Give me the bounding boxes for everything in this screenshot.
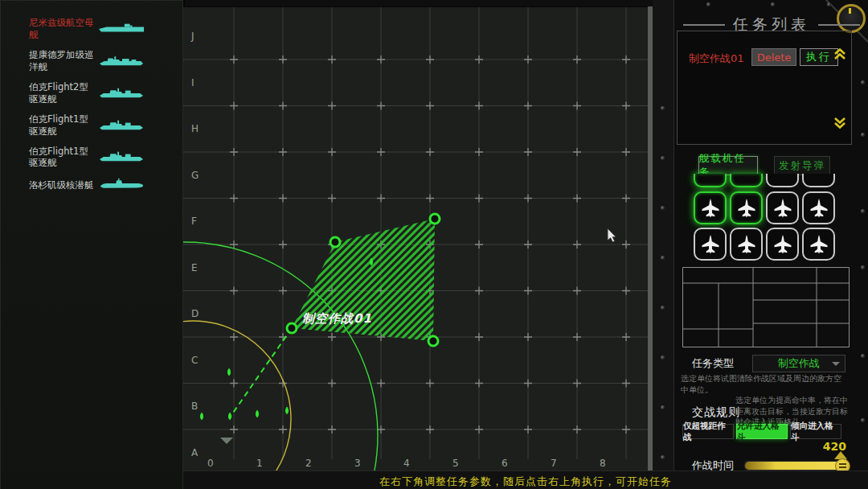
duration-slider[interactable] — [743, 460, 850, 471]
aircraft-slot[interactable] — [766, 174, 799, 187]
tab-aircraft-mission[interactable]: 舰载机任务 — [698, 156, 758, 175]
aircraft-slot[interactable] — [802, 228, 835, 261]
svg-text:C: C — [191, 355, 198, 366]
svg-text:J: J — [190, 31, 194, 42]
carrier-icon — [98, 21, 145, 37]
ship-row-cruiser[interactable]: 提康德罗加级巡洋舰 — [0, 45, 183, 77]
loadout-stats-table — [682, 267, 850, 347]
roe-option-prefer-dogfight[interactable]: 倾向进入格斗 — [790, 424, 841, 439]
svg-text:5: 5 — [452, 458, 459, 469]
jet-icon — [772, 197, 794, 220]
jet-icon — [735, 197, 758, 220]
aircraft-slot[interactable] — [730, 228, 763, 261]
svg-text:B: B — [191, 401, 198, 412]
aircraft-slot[interactable] — [694, 174, 727, 187]
jet-icon — [699, 233, 722, 256]
waypoint-triangle[interactable] — [220, 438, 233, 444]
ship-name: 伯克Flight2型驱逐舰 — [29, 81, 96, 105]
mission-corner-handle[interactable] — [287, 323, 297, 333]
roe-option-allow-dogfight[interactable]: 允许进入格斗 — [736, 424, 788, 439]
delete-mission-button[interactable]: Delete — [751, 48, 796, 66]
screw-icon — [861, 209, 865, 213]
ship-row-submarine[interactable]: 洛杉矶级核潜艇 — [0, 173, 183, 197]
aircraft-slot[interactable] — [730, 174, 763, 187]
screw-icon — [706, 2, 710, 6]
aircraft-slot[interactable] — [802, 191, 835, 224]
ship-row-carrier[interactable]: 尼米兹级航空母舰 — [0, 13, 183, 45]
svg-text:E: E — [191, 262, 198, 273]
svg-text:7: 7 — [551, 458, 557, 469]
ship-name: 伯克Flight1型驱逐舰 — [29, 146, 96, 170]
aircraft-slot[interactable] — [730, 191, 763, 224]
mission-type-label: 任务类型 — [692, 356, 734, 371]
submarine-icon — [98, 177, 145, 193]
unit-marker[interactable] — [228, 413, 231, 421]
task-panel: 任务列表 制空作战01 Delete 执行 舰载机任务 发射导弹 — [674, 0, 868, 489]
screw-icon — [861, 80, 865, 84]
aircraft-slot[interactable] — [802, 174, 835, 187]
svg-text:I: I — [191, 77, 194, 88]
mission-corner-handle[interactable] — [428, 336, 438, 346]
aircraft-slot[interactable] — [694, 228, 727, 261]
ship-row-destroyer[interactable]: 伯克Flight2型驱逐舰 — [0, 77, 183, 109]
screw-icon — [661, 156, 665, 160]
ship-row-destroyer[interactable]: 伯克Flight1型驱逐舰 — [0, 109, 183, 142]
jet-icon — [735, 233, 758, 256]
svg-text:G: G — [191, 170, 199, 181]
roe-option-bvr-only[interactable]: 仅超视距作战 — [682, 424, 734, 439]
mission-corner-handle[interactable] — [330, 237, 340, 247]
ship-name: 尼米兹级航空母舰 — [29, 17, 96, 41]
destroyer-icon — [98, 117, 145, 134]
jet-icon — [772, 233, 794, 256]
cruiser-icon — [98, 53, 145, 69]
unit-marker[interactable] — [285, 407, 289, 415]
unit-marker[interactable] — [256, 410, 259, 418]
svg-text:8: 8 — [600, 458, 606, 469]
svg-text:A: A — [191, 447, 199, 458]
screw-icon — [661, 106, 665, 110]
mission-type-dropdown[interactable]: 制空作战 — [752, 355, 845, 372]
svg-text:3: 3 — [354, 458, 361, 469]
game-window: 尼米兹级航空母舰 提康德罗加级巡洋舰 伯克Flight2型驱逐舰 伯克Fligh… — [0, 0, 868, 489]
aircraft-slot[interactable] — [694, 191, 727, 224]
svg-text:1: 1 — [256, 458, 263, 469]
title-line — [818, 24, 860, 26]
mission-list-item[interactable]: 制空作战01 — [689, 51, 744, 66]
aircraft-slot[interactable] — [766, 228, 799, 261]
jet-icon — [699, 197, 722, 220]
mission-route-line — [230, 328, 292, 417]
mission-list-box: 制空作战01 Delete 执行 — [677, 31, 852, 145]
tactical-map[interactable]: JIHGFEDCBA012345678 制空作战01 — [183, 6, 648, 472]
screw-icon — [661, 206, 665, 210]
slider-fill — [745, 462, 846, 470]
mission-area-label: 制空作战01 — [302, 311, 372, 326]
ship-name: 洛杉矶级核潜艇 — [29, 179, 96, 191]
jet-icon — [808, 197, 830, 220]
title-line — [683, 24, 725, 26]
svg-text:H: H — [191, 123, 199, 134]
unit-marker[interactable] — [227, 368, 231, 376]
svg-text:F: F — [191, 216, 197, 227]
screw-icon — [661, 455, 665, 459]
screw-icon — [861, 354, 865, 358]
screw-icon — [661, 306, 665, 310]
aircraft-slot[interactable] — [766, 191, 799, 224]
scroll-down-icon[interactable] — [833, 117, 847, 129]
footer-hint-text: 在右下角调整任务参数，随后点击右上角执行，可开始任务 — [183, 475, 868, 489]
jet-icon — [808, 233, 830, 256]
svg-text:4: 4 — [403, 458, 410, 469]
tab-launch-missile[interactable]: 发射导弹 — [774, 156, 830, 175]
fleet-panel: 尼米兹级航空母舰 提康德罗加级巡洋舰 伯克Flight2型驱逐舰 伯克Fligh… — [0, 0, 185, 489]
mission-type-description: 选定单位将试图清除作战区域及周边的敌方空中单位。 — [681, 373, 845, 395]
destroyer-icon — [98, 85, 145, 101]
screw-icon — [661, 355, 665, 360]
engagement-rules-label: 交战规则 — [692, 405, 740, 420]
screw-icon — [771, 2, 775, 6]
mission-type-value: 制空作战 — [778, 356, 820, 371]
unit-marker[interactable] — [200, 413, 203, 421]
ship-row-destroyer[interactable]: 伯克Flight1型驱逐舰 — [0, 142, 183, 174]
mission-corner-handle[interactable] — [430, 214, 440, 224]
footer-bar: 在右下角调整任务参数，随后点击右上角执行，可开始任务 — [183, 471, 868, 489]
scroll-up-icon[interactable] — [833, 47, 847, 60]
panel-divider — [653, 0, 674, 489]
